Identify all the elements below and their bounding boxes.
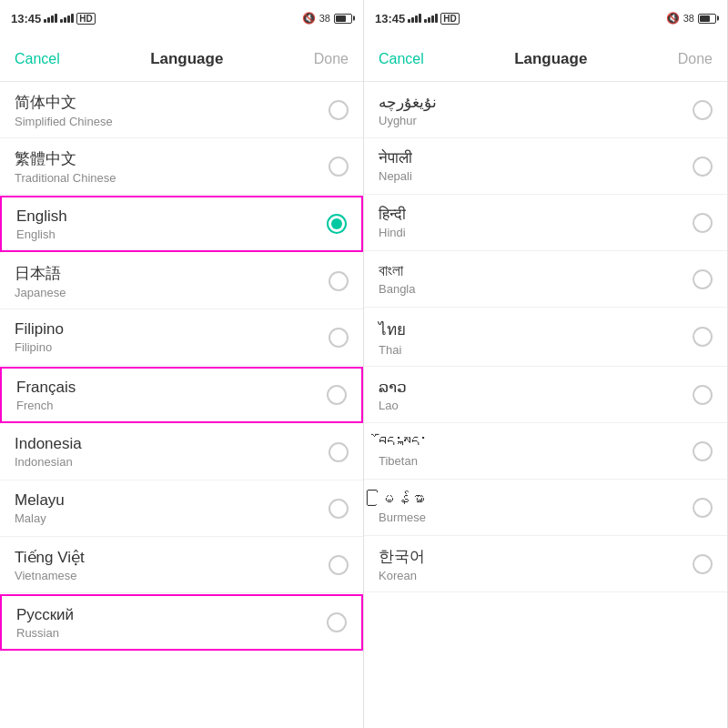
list-item[interactable]: हिन्दीHindi: [364, 195, 727, 251]
status-right-right: 🔇 38: [666, 12, 716, 25]
list-item[interactable]: 繁體中文Traditional Chinese: [0, 138, 363, 195]
radio-button[interactable]: [693, 157, 713, 177]
lang-sub: Korean: [379, 569, 425, 582]
lang-name: ไทย: [379, 317, 406, 341]
radio-button[interactable]: [329, 499, 349, 519]
list-item[interactable]: বাংলাBangla: [364, 251, 727, 308]
lang-sub: Indonesian: [15, 455, 82, 469]
lang-name: Tiếng Việt: [15, 548, 85, 567]
lang-name: བོད་སྐད་: [379, 434, 428, 452]
page-title-right: Language: [514, 50, 587, 68]
lang-sub: Lao: [379, 399, 407, 412]
page-title-left: Language: [150, 50, 223, 68]
list-item[interactable]: IndonesiaIndonesian: [0, 424, 363, 480]
list-item[interactable]: FilipinoFilipino: [0, 309, 363, 366]
done-button-left[interactable]: Done: [314, 51, 349, 67]
list-item[interactable]: Tiếng ViệtVietnamese: [0, 537, 363, 593]
lang-name: မြန်မာ: [379, 490, 426, 509]
battery-left: [334, 14, 352, 24]
hd-badge-right: HD: [440, 13, 459, 25]
lang-name: नेपाली: [379, 149, 412, 167]
radio-button[interactable]: [329, 100, 349, 120]
lang-sub: Filipino: [15, 340, 64, 354]
radio-button[interactable]: [693, 441, 713, 461]
battery-num-left: 38: [319, 13, 330, 24]
cancel-button-left[interactable]: Cancel: [15, 51, 60, 67]
list-item[interactable]: ไทยThai: [364, 308, 727, 367]
lang-sub: Traditional Chinese: [15, 171, 116, 185]
mute-icon-right: 🔇: [666, 12, 680, 25]
radio-button[interactable]: [327, 612, 347, 632]
lang-name: 日本語: [15, 263, 66, 284]
lang-name: Melayu: [15, 491, 65, 510]
lang-sub: Vietnamese: [15, 569, 85, 582]
lang-sub: Hindi: [379, 226, 406, 239]
hd-badge-left: HD: [76, 13, 95, 25]
list-item[interactable]: မြန်မာBurmese: [364, 480, 727, 536]
list-item[interactable]: བོད་སྐད་Tibetan: [364, 423, 727, 480]
list-item[interactable]: नेपालीNepali: [364, 138, 727, 195]
list-item[interactable]: РусскийRussian: [0, 594, 363, 651]
lang-sub: Tibetan: [379, 454, 428, 468]
lang-sub: Japanese: [15, 286, 66, 299]
lang-name: Русский: [16, 606, 74, 624]
nav-bar-right: Cancel Language Done: [364, 36, 727, 82]
time-right: 13:45: [375, 12, 405, 25]
lang-name: Filipino: [15, 320, 64, 339]
battery-num-right: 38: [683, 13, 694, 24]
radio-button[interactable]: [327, 385, 347, 405]
lang-name: نۇيغۇرچە: [379, 93, 437, 112]
mute-icon-left: 🔇: [302, 12, 316, 25]
done-button-right[interactable]: Done: [678, 51, 713, 67]
status-bar-right: 13:45 HD 🔇 38: [364, 0, 727, 36]
list-item[interactable]: 简体中文Simplified Chinese: [0, 82, 363, 138]
battery-right: [698, 14, 716, 24]
radio-button[interactable]: [327, 214, 347, 234]
lang-sub: Uyghur: [379, 114, 437, 127]
signal-right-2: [424, 14, 438, 23]
lang-sub: Malay: [15, 511, 65, 525]
lang-name: English: [16, 207, 67, 226]
nav-bar-left: Cancel Language Done: [0, 36, 363, 82]
lang-name: हिन्दी: [379, 206, 406, 224]
lang-name: Français: [16, 379, 76, 397]
radio-button[interactable]: [693, 327, 713, 347]
radio-inner: [331, 218, 342, 229]
lang-sub: Bangla: [379, 282, 415, 296]
lang-sub: Thai: [379, 343, 406, 357]
list-item[interactable]: ລາວLao: [364, 367, 727, 423]
radio-button[interactable]: [693, 269, 713, 289]
list-item[interactable]: نۇيغۇرچەUyghur: [364, 82, 727, 138]
radio-button[interactable]: [693, 385, 713, 405]
lang-sub: Simplified Chinese: [15, 115, 113, 128]
language-list-right: نۇيغۇرچەUyghurनेपालीNepaliहिन्दीHindiবাং…: [364, 82, 727, 728]
radio-button[interactable]: [329, 555, 349, 575]
radio-button[interactable]: [329, 442, 349, 462]
lang-name: 繁體中文: [15, 148, 116, 169]
language-list-left: 简体中文Simplified Chinese繁體中文Traditional Ch…: [0, 82, 363, 728]
list-item[interactable]: MelayuMalay: [0, 480, 363, 537]
status-bar-left: 13:45 HD 🔇 38: [0, 0, 363, 36]
radio-button[interactable]: [329, 157, 349, 177]
radio-button[interactable]: [329, 271, 349, 291]
radio-button[interactable]: [693, 213, 713, 233]
signal-left-2: [60, 14, 74, 23]
cancel-button-right[interactable]: Cancel: [379, 51, 424, 67]
lang-name: 简体中文: [15, 92, 113, 113]
list-item[interactable]: EnglishEnglish: [0, 196, 363, 252]
list-item[interactable]: 日本語Japanese: [0, 253, 363, 309]
radio-button[interactable]: [329, 328, 349, 348]
radio-button[interactable]: [693, 554, 713, 574]
radio-button[interactable]: [693, 100, 713, 120]
lang-sub: English: [16, 228, 67, 241]
panel-right: 13:45 HD 🔇 38 Cancel Languag: [364, 0, 728, 728]
lang-name: 한국어: [379, 546, 425, 567]
lang-name: Indonesia: [15, 435, 82, 453]
signal-right: [408, 14, 421, 23]
list-item[interactable]: 한국어Korean: [364, 536, 727, 592]
time-left: 13:45: [11, 12, 41, 25]
panel-left: 13:45 HD 🔇 38 Cancel Languag: [0, 0, 364, 728]
radio-button[interactable]: [693, 498, 713, 518]
lang-name: বাংলা: [379, 262, 415, 280]
list-item[interactable]: FrançaisFrench: [0, 367, 363, 423]
